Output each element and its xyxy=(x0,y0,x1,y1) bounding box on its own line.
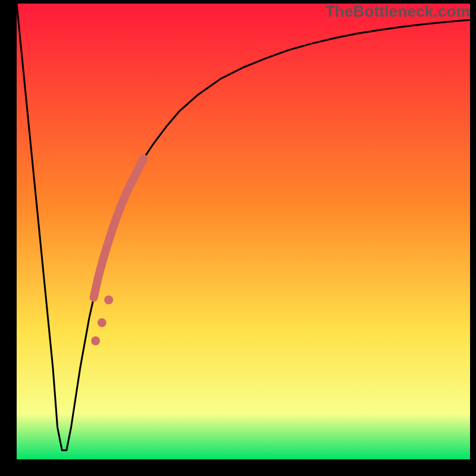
highlight-dot xyxy=(104,295,113,304)
bottleneck-chart: TheBottleneck.com xyxy=(0,0,476,476)
frame-right xyxy=(470,0,476,476)
highlight-dot xyxy=(91,336,100,345)
gradient-background xyxy=(17,4,470,459)
frame-bottom xyxy=(0,459,476,476)
watermark-text: TheBottleneck.com xyxy=(325,2,470,21)
frame-left xyxy=(0,0,17,476)
plot-area xyxy=(0,0,476,476)
chart-svg xyxy=(0,0,476,476)
highlight-dot xyxy=(98,318,107,327)
